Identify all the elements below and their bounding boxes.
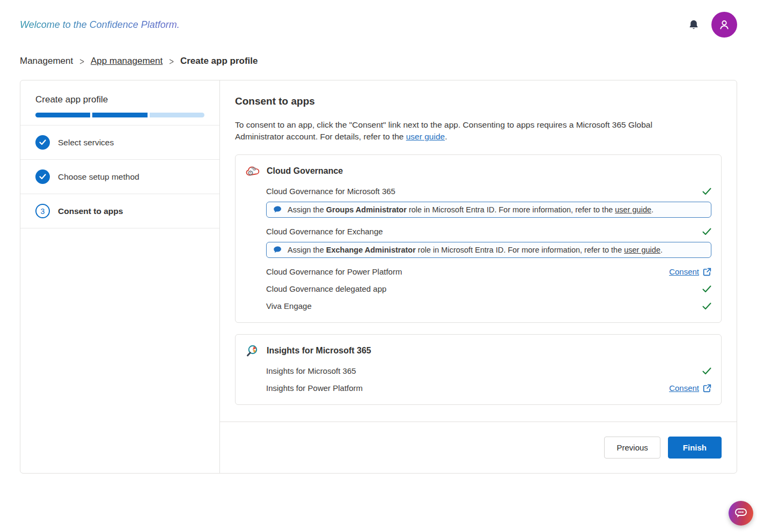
app-name: Cloud Governance for Microsoft 365 [266,187,395,196]
wizard-step-select-services[interactable]: Select services [20,125,219,160]
pie-magnifier-icon [245,343,261,358]
intro-text: To consent to an app, click the "Consent… [235,119,696,143]
consent-action[interactable]: Consent [669,383,711,393]
insights-card: Insights for Microsoft 365 Insights for … [235,334,722,405]
wizard-footer: Previous Finish [220,422,737,473]
breadcrumb-app-management[interactable]: App management [91,56,163,66]
step-number-badge: 3 [35,204,50,218]
wizard-step-consent-to-apps[interactable]: 3 Consent to apps [20,194,219,228]
wizard-step-choose-setup-method[interactable]: Choose setup method [20,160,219,194]
consented-check-icon [702,285,711,293]
intro-after: . [445,132,447,141]
card-body: Cloud Governance for Microsoft 365 Assig… [266,183,711,315]
card-title: Insights for Microsoft 365 [267,346,371,356]
consent-content: Consent to apps To consent to an app, cl… [220,80,737,422]
card-body: Insights for Microsoft 365 Insights for … [266,363,711,397]
app-row: Cloud Governance for Exchange [266,223,711,240]
breadcrumb-management[interactable]: Management [20,56,73,66]
card-header: ⚙ Cloud Governance [245,164,711,179]
breadcrumb-separator: > [169,55,174,66]
person-icon [717,18,731,32]
breadcrumb: Management > App management > Create app… [20,56,737,66]
app-name: Insights for Power Platform [266,383,363,393]
previous-button[interactable]: Previous [604,437,660,459]
card-header: Insights for Microsoft 365 [245,343,711,358]
consent-link[interactable]: Consent [669,267,699,276]
cloud-gears-icon: ⚙ [245,164,261,179]
role-note: Assign the Exchange Administrator role i… [266,242,711,258]
user-guide-link[interactable]: user guide [624,246,660,254]
page: Welcome to the Confidence Platform. Mana… [0,0,757,532]
app-row: Insights for Microsoft 365 [266,363,711,380]
user-guide-link[interactable]: user guide [406,132,445,141]
page-title: Consent to apps [235,95,722,107]
consent-action[interactable]: Consent [669,267,711,276]
role-note: Assign the Groups Administrator role in … [266,202,711,218]
wizard-progress-bar [35,113,204,117]
bell-icon[interactable] [688,18,700,31]
finish-button[interactable]: Finish [668,437,722,459]
progress-segment-filled [35,113,90,117]
chat-support-button[interactable] [729,501,753,526]
consent-link[interactable]: Consent [669,383,699,393]
chat-bubble-icon [733,506,748,520]
app-row: Cloud Governance for Microsoft 365 [266,183,711,200]
top-bar: Welcome to the Confidence Platform. [20,12,737,38]
app-name: Cloud Governance for Power Platform [266,267,402,276]
step-done-check-icon [35,169,50,184]
progress-segment-filled [92,113,147,117]
user-avatar[interactable] [711,12,737,38]
comment-bubble-icon [273,205,282,213]
app-name: Viva Engage [266,301,312,311]
step-label: Select services [58,138,114,147]
cloud-governance-card: ⚙ Cloud Governance Cloud Governance for … [235,154,722,323]
app-row: Cloud Governance delegated app [266,280,711,298]
card-title: Cloud Governance [267,166,343,176]
progress-segment-empty [150,113,204,117]
create-app-profile-panel: Create app profile Select services Choos… [20,80,737,474]
consented-check-icon [702,367,711,375]
note-text: Assign the Groups Administrator role in … [288,205,653,214]
external-link-icon [703,268,711,276]
step-label: Consent to apps [58,206,123,216]
consent-main: Consent to apps To consent to an app, cl… [220,80,737,473]
app-name: Cloud Governance for Exchange [266,227,383,236]
step-done-check-icon [35,135,50,150]
svg-text:⚙: ⚙ [247,169,254,177]
app-name: Cloud Governance delegated app [266,284,386,293]
top-icons [688,12,737,38]
note-text: Assign the Exchange Administrator role i… [288,246,663,254]
consented-check-icon [702,188,711,195]
consented-check-icon [702,302,711,310]
consented-check-icon [702,228,711,235]
welcome-message: Welcome to the Confidence Platform. [20,19,180,31]
app-row: Cloud Governance for Power Platform Cons… [266,263,711,280]
wizard-header: Create app profile [20,80,219,125]
app-name: Insights for Microsoft 365 [266,366,356,375]
app-row: Insights for Power Platform Consent [266,380,711,397]
external-link-icon [703,384,711,393]
breadcrumb-separator: > [79,55,84,66]
comment-bubble-icon [273,246,282,254]
app-row: Viva Engage [266,298,711,315]
user-guide-link[interactable]: user guide [615,205,651,214]
step-label: Choose setup method [58,172,139,182]
wizard-title: Create app profile [35,94,204,105]
wizard-sidebar: Create app profile Select services Choos… [20,80,220,473]
breadcrumb-current-page: Create app profile [180,56,258,66]
